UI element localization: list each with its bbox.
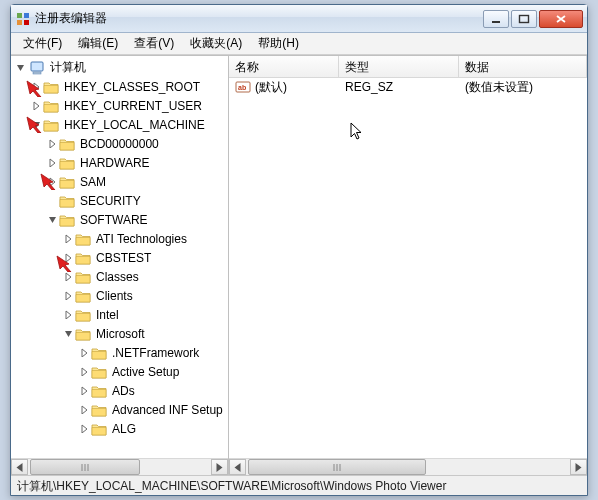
tree-node-alg[interactable]: ALG bbox=[77, 419, 228, 438]
menu-help[interactable]: 帮助(H) bbox=[250, 33, 307, 54]
expander-icon[interactable] bbox=[77, 422, 91, 436]
scroll-right-button[interactable] bbox=[570, 459, 587, 475]
tree-node-hkcu[interactable]: HKEY_CURRENT_USER bbox=[29, 96, 228, 115]
expander-icon[interactable] bbox=[61, 327, 75, 341]
expander-icon[interactable] bbox=[77, 384, 91, 398]
expander-icon[interactable] bbox=[45, 175, 59, 189]
node-label: Intel bbox=[93, 307, 122, 323]
scroll-thumb[interactable] bbox=[248, 459, 426, 475]
folder-icon bbox=[91, 403, 107, 417]
node-label: SOFTWARE bbox=[77, 212, 151, 228]
minimize-button[interactable] bbox=[483, 10, 509, 28]
tree-node-hkcr[interactable]: HKEY_CLASSES_ROOT bbox=[29, 77, 228, 96]
expander-icon[interactable] bbox=[77, 403, 91, 417]
scroll-left-button[interactable] bbox=[229, 459, 246, 475]
tree-node-classes[interactable]: Classes bbox=[61, 267, 228, 286]
tree-node-microsoft[interactable]: Microsoft bbox=[61, 324, 228, 343]
col-header-type[interactable]: 类型 bbox=[339, 56, 459, 77]
tree-node-sam[interactable]: SAM bbox=[45, 172, 228, 191]
node-label: HARDWARE bbox=[77, 155, 153, 171]
expander-icon[interactable] bbox=[61, 308, 75, 322]
menu-edit[interactable]: 编辑(E) bbox=[70, 33, 126, 54]
folder-icon bbox=[59, 175, 75, 189]
folder-icon bbox=[91, 365, 107, 379]
tree-node-hardware[interactable]: HARDWARE bbox=[45, 153, 228, 172]
tree-node-hklm[interactable]: HKEY_LOCAL_MACHINE bbox=[29, 115, 228, 134]
tree-node-advinf[interactable]: Advanced INF Setup bbox=[77, 400, 228, 419]
expander-icon[interactable] bbox=[45, 137, 59, 151]
expander-icon[interactable] bbox=[77, 346, 91, 360]
expander-icon[interactable] bbox=[61, 232, 75, 246]
folder-icon bbox=[59, 213, 75, 227]
tree-hscrollbar[interactable] bbox=[11, 458, 228, 475]
folder-icon bbox=[43, 99, 59, 113]
node-label: Advanced INF Setup bbox=[109, 402, 226, 418]
folder-icon bbox=[75, 251, 91, 265]
tree-node-cbstest[interactable]: CBSTEST bbox=[61, 248, 228, 267]
folder-icon bbox=[75, 327, 91, 341]
folder-icon bbox=[75, 289, 91, 303]
computer-icon bbox=[29, 60, 45, 76]
tree-node-activesetup[interactable]: Active Setup bbox=[77, 362, 228, 381]
folder-icon bbox=[43, 118, 59, 132]
cell-type: REG_SZ bbox=[339, 80, 459, 94]
folder-icon bbox=[75, 270, 91, 284]
expander-icon[interactable] bbox=[45, 213, 59, 227]
expander-icon[interactable] bbox=[29, 118, 43, 132]
folder-icon bbox=[59, 194, 75, 208]
scroll-right-button[interactable] bbox=[211, 459, 228, 475]
tree-node-ads[interactable]: ADs bbox=[77, 381, 228, 400]
node-label: ATI Technologies bbox=[93, 231, 190, 247]
node-label: HKEY_CLASSES_ROOT bbox=[61, 79, 203, 95]
tree-node-bcd[interactable]: BCD00000000 bbox=[45, 134, 228, 153]
node-label: Clients bbox=[93, 288, 136, 304]
tree-node-netfx[interactable]: .NETFramework bbox=[77, 343, 228, 362]
expander-icon[interactable] bbox=[45, 156, 59, 170]
tree-node-intel[interactable]: Intel bbox=[61, 305, 228, 324]
menu-favorites[interactable]: 收藏夹(A) bbox=[182, 33, 250, 54]
tree-node-clients[interactable]: Clients bbox=[61, 286, 228, 305]
folder-icon bbox=[91, 422, 107, 436]
expander-icon[interactable] bbox=[61, 289, 75, 303]
tree-node-security[interactable]: SECURITY bbox=[45, 191, 228, 210]
node-label: CBSTEST bbox=[93, 250, 154, 266]
list-body[interactable]: (默认) REG_SZ (数值未设置) bbox=[229, 78, 587, 458]
list-row[interactable]: (默认) REG_SZ (数值未设置) bbox=[229, 78, 587, 96]
maximize-button[interactable] bbox=[511, 10, 537, 28]
expander-icon[interactable] bbox=[13, 61, 27, 75]
folder-icon bbox=[59, 156, 75, 170]
svg-rect-12 bbox=[24, 20, 29, 25]
close-button[interactable] bbox=[539, 10, 583, 28]
scroll-thumb[interactable] bbox=[30, 459, 140, 475]
app-icon bbox=[15, 11, 31, 27]
folder-icon bbox=[75, 308, 91, 322]
menu-file[interactable]: 文件(F) bbox=[15, 33, 70, 54]
menu-view[interactable]: 查看(V) bbox=[126, 33, 182, 54]
status-bar: 计算机\HKEY_LOCAL_MACHINE\SOFTWARE\Microsof… bbox=[11, 475, 587, 495]
expander-icon[interactable] bbox=[29, 99, 43, 113]
expander-icon[interactable] bbox=[77, 365, 91, 379]
col-header-name[interactable]: 名称 bbox=[229, 56, 339, 77]
scroll-track[interactable] bbox=[246, 459, 570, 475]
scroll-track[interactable] bbox=[28, 459, 211, 475]
window-controls bbox=[483, 10, 583, 28]
node-label: HKEY_CURRENT_USER bbox=[61, 98, 205, 114]
cell-data: (数值未设置) bbox=[459, 79, 587, 96]
titlebar[interactable]: 注册表编辑器 bbox=[11, 5, 587, 33]
node-label: SECURITY bbox=[77, 193, 144, 209]
tree-node-ati[interactable]: ATI Technologies bbox=[61, 229, 228, 248]
tree-node-software[interactable]: SOFTWARE bbox=[45, 210, 228, 229]
svg-rect-11 bbox=[17, 20, 22, 25]
cell-name: (默认) bbox=[229, 79, 339, 96]
value-name: (默认) bbox=[255, 79, 287, 96]
expander-icon[interactable] bbox=[61, 251, 75, 265]
expander-icon[interactable] bbox=[29, 80, 43, 94]
tree-view[interactable]: 计算机 HKEY_CLASSES_ROOT bbox=[11, 56, 228, 458]
scroll-left-button[interactable] bbox=[11, 459, 28, 475]
col-header-data[interactable]: 数据 bbox=[459, 56, 587, 77]
expander-icon[interactable] bbox=[61, 270, 75, 284]
tree-pane: 计算机 HKEY_CLASSES_ROOT bbox=[11, 56, 229, 475]
content-area: 计算机 HKEY_CLASSES_ROOT bbox=[11, 55, 587, 475]
tree-node-computer[interactable]: 计算机 bbox=[13, 58, 228, 77]
list-hscrollbar[interactable] bbox=[229, 458, 587, 475]
